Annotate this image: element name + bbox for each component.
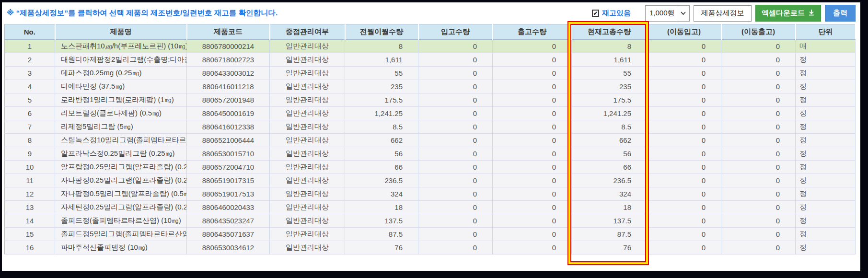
product-detail-button[interactable]: 제품상세정보 <box>694 5 752 22</box>
column-header-0[interactable]: No. <box>5 24 55 40</box>
table-row[interactable]: 12자나팜정0.5밀리그램(알프라졸람) (0.5㎎)8806519017513… <box>5 187 856 201</box>
table-row[interactable]: 2대원디아제팜정2밀리그램(수출명:디아잠정2밀8806718002723일반관… <box>5 53 856 67</box>
column-header-3[interactable]: 중점관리여부 <box>270 24 345 40</box>
cell-code: 8806435071637 <box>187 228 270 241</box>
cell-carryover: 662 <box>345 134 418 147</box>
cell-in_qty: 0 <box>418 80 493 93</box>
cell-unit: 정 <box>796 187 856 201</box>
cell-move_in: 0 <box>647 80 721 93</box>
cell-name: 자나팜정0.25밀리그램(알프라졸람) (0.25㎎) <box>55 174 187 187</box>
cell-unit: 정 <box>796 120 856 134</box>
column-header-8[interactable]: (이동입고) <box>647 24 721 40</box>
cell-unit: 정 <box>796 53 856 67</box>
table-row[interactable]: 4디에타민정 (37.5㎎)8806416011218일반관리대상2350023… <box>5 80 856 93</box>
column-header-1[interactable]: 제품명 <box>55 24 187 40</box>
cell-current: 56 <box>572 147 647 161</box>
cell-in_qty: 0 <box>418 53 493 67</box>
cell-move_out: 0 <box>721 134 796 147</box>
cell-move_out: 0 <box>721 214 796 228</box>
cell-unit: 정 <box>796 93 856 107</box>
stock-available-checkbox[interactable]: ✔ 재고있음 <box>592 9 631 18</box>
cell-move_out: 0 <box>721 107 796 120</box>
cell-in_qty: 0 <box>418 134 493 147</box>
cell-code: 8806572001948 <box>187 93 270 107</box>
table-row[interactable]: 13자세틴정0.25밀리그람(알프라졸람) (0.25㎎)88064600204… <box>5 201 856 214</box>
cell-out_qty: 0 <box>493 107 572 120</box>
cell-unit: 정 <box>796 67 856 80</box>
cell-mgmt: 일반관리대상 <box>270 53 345 67</box>
cell-mgmt: 일반관리대상 <box>270 80 345 93</box>
table-row[interactable]: 6리보트릴정(클로나제팜) (0.5㎎)8806450001619일반관리대상1… <box>5 107 856 120</box>
cell-move_in: 0 <box>647 174 721 187</box>
column-header-2[interactable]: 제품코드 <box>187 24 270 40</box>
cell-out_qty: 0 <box>493 40 572 53</box>
cell-name: 데파스정0.25mg (0.25㎎) <box>55 67 187 80</box>
cell-move_out: 0 <box>721 161 796 174</box>
cell-mgmt: 일반관리대상 <box>270 134 345 147</box>
cell-code: 8806435023247 <box>187 214 270 228</box>
cell-move_out: 0 <box>721 93 796 107</box>
column-header-7[interactable]: 현재고총수량 <box>572 24 647 40</box>
checkbox-checked-icon[interactable]: ✔ <box>592 10 599 17</box>
excel-download-button[interactable]: 엑셀다운로드 <box>755 5 821 22</box>
column-header-10[interactable]: 단위 <box>796 24 856 40</box>
cell-unit: 정 <box>796 214 856 228</box>
cell-unit: 정 <box>796 161 856 174</box>
table-row[interactable]: 3데파스정0.25mg (0.25㎎)8806433003012일반관리대상55… <box>5 67 856 80</box>
cell-carryover: 8 <box>345 40 418 53</box>
stock-checkbox-label: 재고있음 <box>602 9 631 18</box>
column-header-4[interactable]: 전월이월수량 <box>345 24 418 40</box>
cell-code: 8806530015710 <box>187 147 270 161</box>
column-header-9[interactable]: (이동출고) <box>721 24 796 40</box>
cell-carryover: 1,241.25 <box>345 107 418 120</box>
cell-mgmt: 일반관리대상 <box>270 201 345 214</box>
cell-unit: 정 <box>796 228 856 241</box>
table-row[interactable]: 14졸피드정(졸피뎀타르타르산염) (10㎎)8806435023247일반관리… <box>5 214 856 228</box>
cell-code: 8806530034612 <box>187 241 270 255</box>
cell-name: 자나팜정0.5밀리그램(알프라졸람) (0.5㎎) <box>55 187 187 201</box>
table-row[interactable]: 11자나팜정0.25밀리그램(알프라졸람) (0.25㎎)88065190173… <box>5 174 856 187</box>
cell-mgmt: 일반관리대상 <box>270 40 345 53</box>
cell-no: 10 <box>5 161 55 174</box>
column-header-6[interactable]: 출고수량 <box>493 24 572 40</box>
column-header-5[interactable]: 입고수량 <box>418 24 493 40</box>
table-row[interactable]: 10알프람정0.25밀리그램(알프라졸람) (0.25㎎)88065720047… <box>5 161 856 174</box>
toolbar-controls: ✔ 재고있음 1,000행 제품상세정보 엑셀다운로드 출력 <box>592 5 856 22</box>
download-icon <box>808 9 815 17</box>
cell-mgmt: 일반관리대상 <box>270 228 345 241</box>
table-row[interactable]: 1노스판패취10㎍/h(부프레노르핀) (10㎎)8806780000214일반… <box>5 40 856 53</box>
cell-no: 7 <box>5 120 55 134</box>
cell-move_out: 0 <box>721 67 796 80</box>
cell-mgmt: 일반관리대상 <box>270 174 345 187</box>
print-button[interactable]: 출력 <box>825 5 856 22</box>
cell-move_in: 0 <box>647 201 721 214</box>
cell-in_qty: 0 <box>418 147 493 161</box>
cell-no: 14 <box>5 214 55 228</box>
cell-out_qty: 0 <box>493 93 572 107</box>
cell-in_qty: 0 <box>418 187 493 201</box>
cell-current: 137.5 <box>572 214 647 228</box>
table-row[interactable]: 16파마주석산졸피뎀정 (10㎎)8806530034612일반관리대상7600… <box>5 241 856 255</box>
table-row[interactable]: 8스틸녹스정10밀리그램(졸피뎀타르타르산염) (8806521006444일반… <box>5 134 856 147</box>
table-row[interactable]: 9알프라낙스정0.25밀리그람 (0.25㎎)8806530015710일반관리… <box>5 147 856 161</box>
cell-mgmt: 일반관리대상 <box>270 187 345 201</box>
cell-out_qty: 0 <box>493 174 572 187</box>
cell-mgmt: 일반관리대상 <box>270 214 345 228</box>
cell-current: 175.5 <box>572 93 647 107</box>
cell-in_qty: 0 <box>418 174 493 187</box>
cell-name: 로라반정1밀리그램(로라제팜) (1㎎) <box>55 93 187 107</box>
rows-per-page-select[interactable]: 1,000행 <box>645 5 690 22</box>
cell-move_out: 0 <box>721 174 796 187</box>
cell-name: 대원디아제팜정2밀리그램(수출명:디아잠정2밀 <box>55 53 187 67</box>
cell-unit: 정 <box>796 174 856 187</box>
cell-current: 324 <box>572 187 647 201</box>
cell-move_out: 0 <box>721 228 796 241</box>
cell-carryover: 66 <box>345 161 418 174</box>
cell-out_qty: 0 <box>493 147 572 161</box>
cell-code: 8806416011218 <box>187 80 270 93</box>
table-row[interactable]: 15졸피드정5밀리그램(졸피뎀타르타르산염) (5㎎8806435071637일… <box>5 228 856 241</box>
cell-code: 8806780000214 <box>187 40 270 53</box>
table-row[interactable]: 5로라반정1밀리그램(로라제팜) (1㎎)8806572001948일반관리대상… <box>5 93 856 107</box>
chevron-down-icon[interactable] <box>677 6 689 21</box>
table-row[interactable]: 7리제정5밀리그람 (5㎎)8806416012338일반관리대상8.5008.… <box>5 120 856 134</box>
